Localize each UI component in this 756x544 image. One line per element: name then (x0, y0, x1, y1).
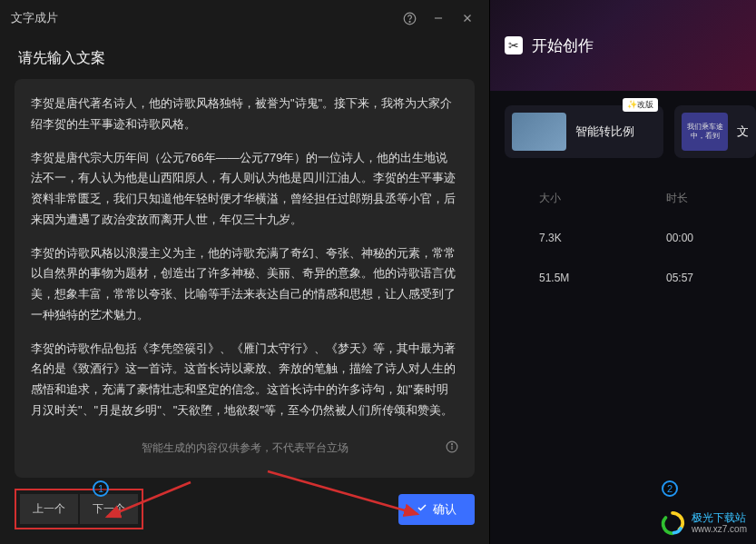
table-row[interactable]: 51.5M 05:57 (539, 272, 734, 284)
annotation-marker-1: 1 (93, 480, 109, 497)
modal-title: 文字成片 (11, 10, 391, 26)
article-text[interactable]: 李贺是唐代著名诗人，他的诗歌风格独特，被誉为"诗鬼"。接下来，我将为大家介绍李贺… (31, 94, 458, 430)
svg-point-7 (452, 444, 453, 445)
prev-button[interactable]: 上一个 (20, 494, 78, 524)
create-title: 开始创作 (532, 35, 594, 56)
table-header: 大小 时长 (539, 191, 734, 206)
svg-point-1 (409, 21, 410, 22)
table-row[interactable]: 7.3K 00:00 (539, 232, 734, 244)
next-button[interactable]: 下一个 (80, 494, 138, 524)
help-icon[interactable] (398, 7, 420, 29)
cell-size: 51.5M (539, 272, 666, 284)
content-body: 李贺是唐代著名诗人，他的诗歌风格独特，被誉为"诗鬼"。接下来，我将为大家介绍李贺… (15, 79, 475, 478)
disclaimer: 智能生成的内容仅供参考，不代表平台立场 (31, 440, 458, 456)
watermark-text-en: www.xz7.com (692, 524, 747, 534)
col-duration-header: 时长 (666, 191, 734, 206)
text-to-video-modal: 文字成片 请先输入文案 李贺是唐代著名诗人，他的诗歌风格独特，被誉为"诗鬼"。接… (0, 0, 490, 544)
nav-button-group: 上一个 下一个 (15, 489, 143, 529)
card-thumbnail (512, 113, 566, 151)
paragraph: 李贺是唐代著名诗人，他的诗歌风格独特，被誉为"诗鬼"。接下来，我将为大家介绍李贺… (31, 94, 458, 135)
check-icon (417, 502, 427, 516)
confirm-label: 确认 (433, 501, 457, 518)
cell-duration: 00:00 (666, 232, 734, 244)
paragraph: 李贺的诗歌作品包括《李凭箜篌引》、《雁门太守行》、《梦天》等，其中最为著名的是《… (31, 339, 458, 421)
modal-titlebar: 文字成片 (0, 0, 489, 36)
card-thumbnail: 我们乘车途中，看到 (682, 113, 728, 151)
disclaimer-text: 智能生成的内容仅供参考，不代表平台立场 (142, 441, 349, 454)
card-badge: ✨改版 (623, 98, 658, 112)
paragraph: 李贺是唐代宗大历年间（公元766年——公元779年）的一位诗人，他的出生地说法不… (31, 148, 458, 231)
paragraph: 李贺的诗歌风格以浪漫主义为主，他的诗歌充满了奇幻、夸张、神秘的元素，常常以自然界… (31, 243, 458, 326)
file-table: 大小 时长 7.3K 00:00 51.5M 05:57 (490, 173, 756, 284)
watermark: 极光下载站 www.xz7.com (659, 509, 747, 537)
cards-row: ✨改版 智能转比例 我们乘车途中，看到 文 (490, 91, 756, 173)
cell-size: 7.3K (539, 232, 666, 244)
close-icon[interactable] (457, 7, 478, 29)
create-icon: ✂ (505, 36, 523, 54)
confirm-button[interactable]: 确认 (398, 494, 475, 525)
watermark-logo-icon (659, 509, 686, 537)
right-header: ✂ 开始创作 (490, 0, 756, 91)
col-size-header: 大小 (539, 191, 666, 206)
annotation-marker-2: 2 (662, 480, 678, 497)
card-label: 智能转比例 (575, 124, 656, 140)
modal-subtitle: 请先输入文案 (0, 36, 489, 79)
card-label: 文 (737, 124, 749, 140)
minimize-icon[interactable] (427, 7, 449, 29)
right-panel: ✂ 开始创作 ✨改版 智能转比例 我们乘车途中，看到 文 大小 时长 7.3 (490, 0, 756, 544)
info-icon[interactable] (446, 440, 458, 456)
modal-footer: 上一个 下一个 确认 (0, 478, 489, 544)
smart-ratio-card[interactable]: ✨改版 智能转比例 (505, 105, 663, 158)
cell-duration: 05:57 (666, 272, 734, 284)
text-card[interactable]: 我们乘车途中，看到 文 (674, 105, 756, 158)
watermark-text-zh: 极光下载站 (692, 512, 747, 524)
